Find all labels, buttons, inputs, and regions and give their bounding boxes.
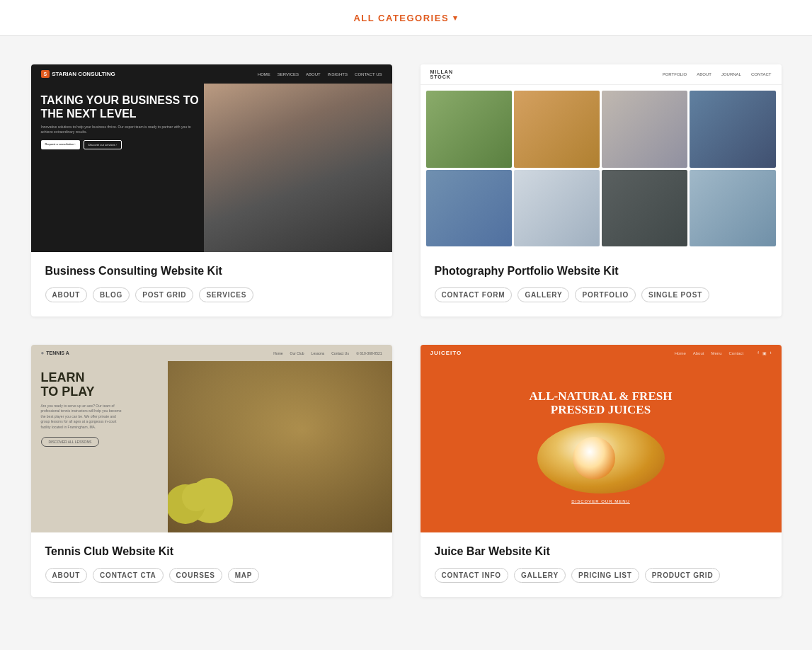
tag-about[interactable]: ABOUT (45, 287, 88, 302)
card-photography-portfolio[interactable]: MILLANSTOCK PORTFOLIOABOUTJOURNALCONTACT (421, 64, 782, 317)
card-info: Photography Portfolio Website Kit CONTAC… (421, 252, 782, 317)
mockup-hero-image (168, 361, 391, 532)
card-title: Business Consulting Website Kit (45, 265, 378, 278)
tag-courses[interactable]: COURSES (169, 568, 222, 583)
mockup-nav: HomeAboutMenuContact (675, 351, 743, 355)
mockup-social: f▣t (757, 350, 771, 355)
card-juice-bar[interactable]: JUICEITO HomeAboutMenuContact f▣t ALL-NA… (421, 345, 782, 597)
card-tags: CONTACT FORM GALLERY PORTFOLIO SINGLE PO… (435, 287, 767, 302)
card-tags: ABOUT CONTACT CTA COURSES MAP (45, 568, 378, 583)
card-tags: ABOUT BLOG POST GRID SERVICES (45, 287, 378, 302)
tag-gallery[interactable]: GALLERY (514, 568, 566, 583)
mockup-logo: TENNIS A (41, 350, 69, 356)
mockup-hero-image (204, 84, 391, 252)
mockup-nav: HomeOur ClubLessonsContact Us✆ 610-368-8… (273, 351, 382, 355)
tag-portfolio[interactable]: PORTFOLIO (575, 287, 636, 302)
tag-single-post[interactable]: SINGLE POST (641, 287, 709, 302)
card-title: Photography Portfolio Website Kit (435, 265, 767, 278)
card-info: Juice Bar Website Kit CONTACT INFO GALLE… (421, 532, 782, 597)
card-business-consulting[interactable]: STARIAN CONSULTING HOMESERVICESABOUTINSI… (31, 64, 392, 317)
card-title: Juice Bar Website Kit (435, 545, 767, 558)
tag-pricing-list[interactable]: PRICING LIST (571, 568, 639, 583)
tag-product-grid[interactable]: PRODUCT GRID (645, 568, 721, 583)
photo-cell-3 (602, 91, 687, 168)
mockup-logo: JUICEITO (430, 350, 462, 356)
card-image-business: STARIAN CONSULTING HOMESERVICESABOUTINSI… (31, 64, 392, 252)
photo-cell-5 (426, 170, 512, 247)
tag-gallery[interactable]: GALLERY (517, 287, 569, 302)
photo-cell-7 (602, 170, 687, 247)
tag-contact-cta[interactable]: CONTACT CTA (93, 568, 164, 583)
tag-services[interactable]: SERVICES (199, 287, 253, 302)
card-image-juice: JUICEITO HomeAboutMenuContact f▣t ALL-NA… (421, 345, 782, 532)
tag-map[interactable]: MAP (228, 568, 260, 583)
mockup-brand: MILLANSTOCK (430, 69, 453, 79)
card-title: Tennis Club Website Kit (45, 545, 378, 558)
top-bar: ALL CATEGORIES (0, 0, 812, 36)
card-info: Tennis Club Website Kit ABOUT CONTACT CT… (31, 532, 392, 597)
mockup-subtext: Innovative solutions to help your busine… (41, 125, 195, 135)
mockup-hero-text: LEARNTO PLAY Are you ready to serve up a… (31, 361, 194, 532)
tag-contact-info[interactable]: CONTACT INFO (435, 568, 508, 583)
tag-about[interactable]: ABOUT (45, 568, 88, 583)
photo-cell-1 (426, 91, 512, 168)
photo-cell-8 (690, 170, 775, 247)
photo-cell-2 (514, 91, 600, 168)
mockup-orange-image (537, 423, 665, 494)
tag-blog[interactable]: BLOG (93, 287, 130, 302)
mockup-headline: TAKING YOUR BUSINESS TO THE NEXT LEVEL (41, 93, 212, 120)
card-image-photo: MILLANSTOCK PORTFOLIOABOUTJOURNALCONTACT (421, 64, 782, 252)
mockup-nav: PORTFOLIOABOUTJOURNALCONTACT (663, 72, 772, 76)
photo-grid (421, 85, 782, 252)
card-tennis-club[interactable]: TENNIS A HomeOur ClubLessonsContact Us✆ … (31, 345, 392, 597)
photo-cell-4 (690, 91, 775, 168)
mockup-hero: ALL-NATURAL & FRESHPRESSED JUICES DISCOV… (421, 361, 782, 532)
mockup-logo: STARIAN CONSULTING (41, 70, 115, 78)
photo-cell-6 (514, 170, 600, 247)
card-tags: CONTACT INFO GALLERY PRICING LIST PRODUC… (435, 568, 767, 583)
cards-grid: STARIAN CONSULTING HOMESERVICESABOUTINSI… (17, 64, 796, 597)
all-categories-button[interactable]: ALL CATEGORIES (353, 13, 458, 23)
card-image-tennis: TENNIS A HomeOur ClubLessonsContact Us✆ … (31, 345, 392, 532)
card-info: Business Consulting Website Kit ABOUT BL… (31, 252, 392, 317)
tag-post-grid[interactable]: POST GRID (135, 287, 193, 302)
mockup-nav: HOMESERVICESABOUTINSIGHTSCONTACT US (258, 72, 382, 76)
tag-contact-form[interactable]: CONTACT FORM (435, 287, 513, 302)
